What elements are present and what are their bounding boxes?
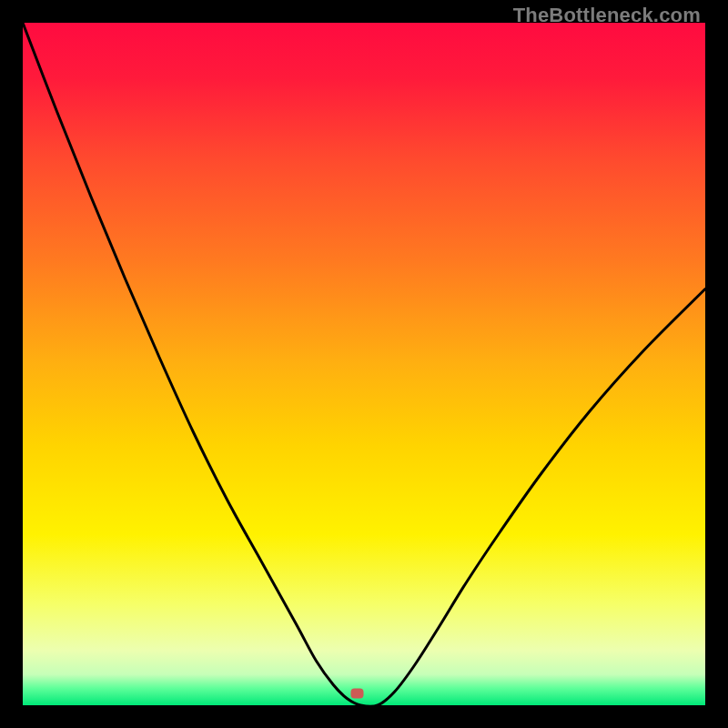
chart-frame: TheBottleneck.com: [0, 0, 728, 728]
optimal-marker: [351, 689, 364, 699]
plot-area: [23, 23, 705, 705]
gradient-background: [23, 23, 705, 705]
bottleneck-chart: [23, 23, 705, 705]
